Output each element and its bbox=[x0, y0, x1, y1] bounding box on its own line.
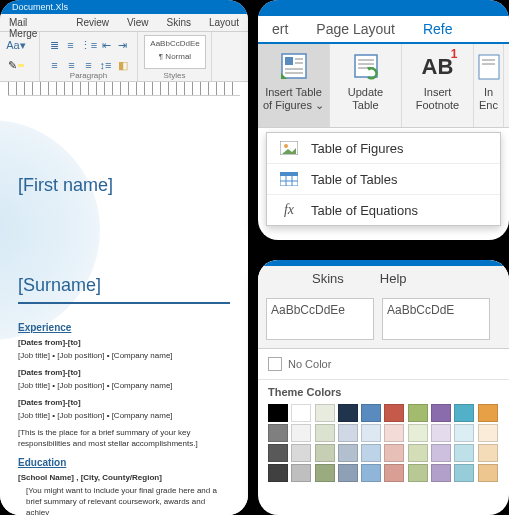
color-swatch[interactable] bbox=[384, 444, 404, 462]
bullet-list-button[interactable]: ≣ bbox=[47, 36, 61, 54]
color-swatch[interactable] bbox=[268, 404, 288, 422]
insert-footnote-button[interactable]: AB1 Insert Footnote bbox=[402, 44, 474, 127]
style-tile-1[interactable]: AaBbCcDdEe bbox=[266, 298, 374, 340]
color-swatch[interactable] bbox=[431, 404, 451, 422]
color-swatch[interactable] bbox=[291, 424, 311, 442]
tab-insert-partial[interactable]: ert bbox=[258, 21, 302, 37]
color-swatch[interactable] bbox=[268, 424, 288, 442]
color-swatch[interactable] bbox=[315, 444, 335, 462]
references-ribbon: Insert Table of Figures ⌄ Update Table A… bbox=[258, 44, 509, 128]
color-swatch[interactable] bbox=[478, 424, 498, 442]
number-list-button[interactable]: ≡ bbox=[63, 36, 77, 54]
dd-table-of-tables[interactable]: Table of Tables bbox=[267, 164, 500, 195]
color-swatch[interactable] bbox=[338, 404, 358, 422]
no-color-option[interactable]: No Color bbox=[258, 349, 509, 380]
color-swatch[interactable] bbox=[315, 404, 335, 422]
color-swatch[interactable] bbox=[454, 404, 474, 422]
titlebar-accent bbox=[258, 0, 509, 16]
tab-references-partial[interactable]: Refe bbox=[409, 21, 467, 37]
color-swatch[interactable] bbox=[454, 464, 474, 482]
update-table-button[interactable]: Update Table bbox=[330, 44, 402, 127]
style-tile-2[interactable]: AaBbCcDdE bbox=[382, 298, 490, 340]
color-swatch[interactable] bbox=[315, 424, 335, 442]
exp-jobline-2[interactable]: [Job title] • [Job position] • [Company … bbox=[18, 380, 230, 391]
tab-layout[interactable]: Layout bbox=[200, 14, 248, 31]
color-swatch[interactable] bbox=[361, 424, 381, 442]
placeholder-firstname[interactable]: [First name] bbox=[18, 174, 230, 196]
color-swatch[interactable] bbox=[291, 404, 311, 422]
color-swatch[interactable] bbox=[338, 464, 358, 482]
color-swatch[interactable] bbox=[361, 444, 381, 462]
color-swatch[interactable] bbox=[384, 424, 404, 442]
tab-help[interactable]: Help bbox=[362, 271, 425, 286]
btn-label-3a: Insert bbox=[424, 86, 452, 99]
color-swatch[interactable] bbox=[454, 424, 474, 442]
color-swatch[interactable] bbox=[384, 464, 404, 482]
style-gallery: AaBbCcDdEe AaBbCcDdE bbox=[258, 290, 509, 349]
indent-dec-button[interactable]: ⇤ bbox=[100, 36, 114, 54]
color-swatch[interactable] bbox=[408, 404, 428, 422]
color-swatch[interactable] bbox=[361, 404, 381, 422]
color-swatch[interactable] bbox=[408, 444, 428, 462]
highlight-button[interactable]: ✎ bbox=[7, 56, 25, 74]
insert-endnote-button-partial[interactable]: In Enc bbox=[474, 44, 504, 127]
education-heading[interactable]: Education bbox=[18, 457, 230, 468]
color-swatch[interactable] bbox=[408, 464, 428, 482]
exp-jobline-3[interactable]: [Job title] • [Job position] • [Company … bbox=[18, 410, 230, 421]
footnote-icon: AB1 bbox=[422, 50, 454, 82]
image-icon bbox=[279, 140, 299, 156]
color-swatch[interactable] bbox=[384, 404, 404, 422]
references-ribbon-panel: ert Page Layout Refe Insert Table of Fig… bbox=[258, 0, 509, 240]
color-swatch[interactable] bbox=[268, 464, 288, 482]
theme-colors-panel: Skins Help AaBbCcDdEe AaBbCcDdE No Color… bbox=[258, 260, 509, 515]
no-color-swatch bbox=[268, 357, 282, 371]
tab-skins[interactable]: Skins bbox=[158, 14, 200, 31]
color-swatch[interactable] bbox=[408, 424, 428, 442]
style-normal[interactable]: AaBbCcDdEe ¶ Normal bbox=[144, 35, 206, 69]
edu-school[interactable]: [School Name] , [City, County/Region] bbox=[18, 472, 230, 483]
color-swatch[interactable] bbox=[478, 464, 498, 482]
tab-page-layout[interactable]: Page Layout bbox=[302, 21, 409, 37]
document-page[interactable]: [First name] [Surname] Experience [Dates… bbox=[0, 174, 248, 515]
tab-review[interactable]: Review bbox=[67, 14, 118, 31]
exp-jobline-1[interactable]: [Job title] • [Job position] • [Company … bbox=[18, 350, 230, 361]
tab-view[interactable]: View bbox=[118, 14, 158, 31]
experience-heading[interactable]: Experience bbox=[18, 322, 230, 333]
edu-text[interactable]: [You might want to include your final gr… bbox=[18, 485, 230, 515]
exp-dates-1[interactable]: [Dates from]-[to] bbox=[18, 337, 230, 348]
update-table-icon bbox=[350, 50, 382, 82]
exp-dates-2[interactable]: [Dates from]-[to] bbox=[18, 367, 230, 378]
exp-summary[interactable]: [This is the place for a brief summary o… bbox=[18, 427, 230, 449]
table-of-figures-icon bbox=[278, 50, 310, 82]
style-tile-2-text: AaBbCcDdE bbox=[387, 303, 485, 317]
color-swatch[interactable] bbox=[431, 444, 451, 462]
color-swatch[interactable] bbox=[338, 424, 358, 442]
placeholder-surname[interactable]: [Surname] bbox=[18, 274, 230, 296]
color-swatch[interactable] bbox=[361, 464, 381, 482]
tab-skins[interactable]: Skins bbox=[294, 271, 362, 286]
color-swatch[interactable] bbox=[291, 464, 311, 482]
font-case-button[interactable]: Aa▾ bbox=[7, 36, 25, 54]
tab-mailmerge[interactable]: Mail Merge bbox=[0, 14, 67, 31]
multilevel-list-button[interactable]: ⋮≡ bbox=[80, 36, 98, 54]
insert-table-of-figures-button[interactable]: Insert Table of Figures ⌄ bbox=[258, 44, 330, 127]
dd-table-of-equations[interactable]: fx Table of Equations bbox=[267, 195, 500, 225]
color-swatch[interactable] bbox=[338, 444, 358, 462]
dd-table-of-figures[interactable]: Table of Figures bbox=[267, 133, 500, 164]
color-swatch[interactable] bbox=[478, 404, 498, 422]
color-swatch[interactable] bbox=[454, 444, 474, 462]
color-swatch[interactable] bbox=[291, 444, 311, 462]
theme-color-grid bbox=[258, 402, 509, 484]
color-swatch[interactable] bbox=[431, 464, 451, 482]
color-swatch[interactable] bbox=[315, 464, 335, 482]
styles-group-label: Styles bbox=[138, 71, 211, 80]
color-swatch[interactable] bbox=[268, 444, 288, 462]
ribbon-tabs: ert Page Layout Refe bbox=[258, 16, 509, 44]
indent-inc-button[interactable]: ⇥ bbox=[116, 36, 130, 54]
color-swatch[interactable] bbox=[478, 444, 498, 462]
exp-dates-3[interactable]: [Dates from]-[to] bbox=[18, 397, 230, 408]
style-preview-text: AaBbCcDdEe bbox=[145, 39, 205, 48]
horizontal-ruler[interactable] bbox=[8, 82, 240, 96]
dd-label-1: Table of Figures bbox=[311, 141, 404, 156]
color-swatch[interactable] bbox=[431, 424, 451, 442]
